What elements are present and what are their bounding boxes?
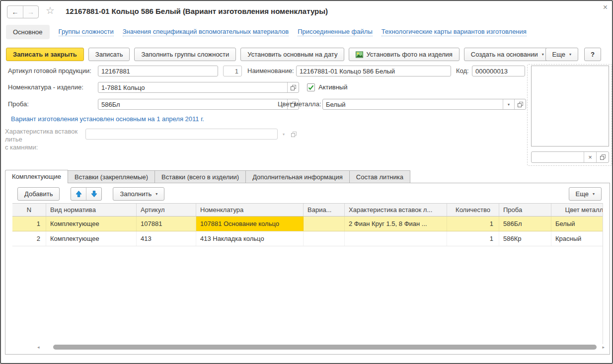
metal-color-input[interactable] bbox=[323, 99, 503, 109]
horizontal-scrollbar[interactable]: ◂ ▸ bbox=[37, 344, 605, 351]
grid-tab[interactable]: Вставки (закрепляемые) bbox=[68, 170, 155, 183]
nav-link[interactable]: Значения спецификаций вспомогательных ма… bbox=[123, 28, 289, 36]
nav-link[interactable]: Группы сложности bbox=[59, 28, 114, 36]
chevron-down-icon: ▾ bbox=[542, 52, 544, 57]
add-row-button[interactable]: Добавить bbox=[17, 187, 60, 201]
cell-color[interactable]: Белый bbox=[551, 217, 603, 231]
cell-nomenclature[interactable]: 107881 Основание кольцо bbox=[196, 217, 304, 231]
column-header[interactable]: Количество bbox=[447, 204, 499, 216]
cell-proba[interactable]: 586Кр bbox=[499, 231, 551, 246]
cell-article[interactable]: 413 bbox=[137, 231, 196, 246]
grid-toolbar: Добавить Заполнить▾ bbox=[17, 187, 164, 201]
chevron-down-icon: ▾ bbox=[593, 192, 595, 196]
more-button[interactable]: Еще▾ bbox=[545, 48, 578, 61]
cell-characteristic[interactable]: 2 Фиан Круг 1.5, 8 Фиан ... bbox=[345, 217, 447, 231]
table-row[interactable]: 1Комплектующее107881107881 Основание кол… bbox=[12, 217, 603, 231]
cell-proba[interactable]: 586Бл bbox=[499, 217, 551, 231]
article-index-input[interactable] bbox=[223, 66, 242, 76]
column-header[interactable]: Вид норматива bbox=[46, 204, 137, 216]
table-row[interactable]: 2Комплектующее413413 Накладка кольцо1586… bbox=[12, 231, 603, 246]
cell-color[interactable]: Красный bbox=[551, 231, 603, 246]
column-header[interactable]: Артикул bbox=[137, 204, 196, 216]
cell-qty[interactable]: 1 bbox=[447, 217, 499, 231]
name-input[interactable] bbox=[296, 66, 451, 76]
open-icon[interactable] bbox=[289, 129, 298, 140]
favorite-star-icon[interactable]: ☆ bbox=[46, 5, 55, 15]
cell-qty[interactable]: 1 bbox=[447, 231, 499, 246]
set-main-on-date-button[interactable]: Установить основным на дату bbox=[240, 48, 344, 61]
fill-complexity-groups-button[interactable]: Заполнить группы сложности bbox=[134, 48, 236, 61]
characteristic-label: Характеристика вставок литье с камнями: bbox=[5, 128, 84, 151]
characteristic-input[interactable] bbox=[86, 129, 277, 139]
cell-n[interactable]: 1 bbox=[12, 217, 46, 231]
scrollbar-thumb[interactable] bbox=[53, 345, 597, 350]
metal-color-field: ▾ bbox=[322, 99, 526, 110]
scroll-right-icon[interactable]: ▸ bbox=[602, 345, 605, 350]
open-icon[interactable] bbox=[287, 82, 299, 92]
chevron-down-icon: ▾ bbox=[279, 129, 288, 140]
close-icon[interactable]: × bbox=[603, 3, 608, 12]
create-based-on-button[interactable]: Создать на основании▾ bbox=[464, 48, 551, 61]
proba-input[interactable] bbox=[98, 99, 287, 109]
photo-file-input[interactable] bbox=[532, 152, 584, 162]
nav-link[interactable]: Технологические карты вариантов изготовл… bbox=[382, 28, 527, 36]
cell-n[interactable]: 2 bbox=[12, 231, 46, 246]
photo-panel: × bbox=[527, 64, 612, 166]
up-arrow-icon bbox=[76, 191, 82, 197]
set-photo-button[interactable]: Установить фото на изделия bbox=[349, 48, 459, 61]
name-label: Наименование: bbox=[247, 66, 294, 76]
cell-variant[interactable] bbox=[304, 231, 345, 246]
column-header[interactable]: Номенклатура bbox=[196, 204, 304, 216]
scroll-left-icon[interactable]: ◂ bbox=[37, 345, 40, 350]
set-photo-label: Установить фото на изделия bbox=[366, 51, 452, 58]
move-row-group bbox=[71, 187, 102, 201]
window-title: 12167881-01 Кольцо 586 Белый (Вариант из… bbox=[66, 7, 328, 15]
column-header[interactable]: Характеристика вставок л... bbox=[345, 204, 447, 216]
column-header[interactable]: Цвет металла bbox=[551, 204, 603, 216]
open-icon[interactable] bbox=[596, 152, 609, 162]
open-icon[interactable] bbox=[514, 99, 526, 109]
help-button[interactable]: ? bbox=[584, 48, 601, 61]
command-bar-right: Еще▾ ? bbox=[545, 48, 601, 61]
fill-label: Заполнить bbox=[120, 190, 152, 198]
active-checkbox[interactable] bbox=[307, 83, 315, 91]
chevron-down-icon: ▾ bbox=[155, 192, 157, 196]
grid-tab[interactable]: Комплектующие bbox=[5, 170, 68, 183]
grid-tab[interactable]: Дополнительная информация bbox=[246, 170, 350, 183]
cell-type[interactable]: Комплектующее bbox=[46, 217, 137, 231]
nomenclature-input[interactable] bbox=[98, 82, 287, 92]
move-up-button[interactable] bbox=[71, 188, 86, 200]
save-close-button[interactable]: Записать и закрыть bbox=[6, 48, 84, 61]
column-header[interactable]: Проба bbox=[499, 204, 551, 216]
forward-button[interactable]: → bbox=[23, 6, 38, 18]
nav-tab-main[interactable]: Основное bbox=[6, 25, 50, 39]
chevron-down-icon[interactable]: ▾ bbox=[503, 99, 514, 109]
move-down-button[interactable] bbox=[86, 188, 101, 200]
photo-preview[interactable] bbox=[531, 66, 609, 146]
clear-icon[interactable]: × bbox=[584, 152, 596, 162]
code-input[interactable] bbox=[472, 66, 525, 76]
main-variant-link[interactable]: Вариант изготовления установлен основным… bbox=[11, 115, 204, 123]
grid-tab[interactable]: Вставки (всего в изделии) bbox=[155, 170, 246, 183]
cell-characteristic[interactable] bbox=[345, 231, 447, 246]
fill-button[interactable]: Заполнить▾ bbox=[113, 187, 164, 201]
cell-nomenclature[interactable]: 413 Накладка кольцо bbox=[196, 231, 304, 246]
save-button[interactable]: Записать bbox=[88, 48, 130, 61]
cell-article[interactable]: 107881 bbox=[137, 217, 196, 231]
column-header[interactable]: N bbox=[12, 204, 46, 216]
back-button[interactable]: ← bbox=[7, 6, 23, 18]
column-header[interactable]: Вариа... bbox=[304, 204, 345, 216]
article-input[interactable] bbox=[98, 66, 218, 76]
add-label: Добавить bbox=[24, 190, 53, 198]
cell-variant[interactable] bbox=[304, 217, 345, 231]
photo-icon bbox=[356, 51, 363, 58]
grid-panel: Добавить Заполнить▾ Еще▾ NВид нормативаА… bbox=[5, 183, 610, 355]
grid-more-button[interactable]: Еще▾ bbox=[569, 187, 602, 201]
grid-tab[interactable]: Состав литника bbox=[350, 170, 410, 183]
grid-right-divider bbox=[603, 203, 603, 344]
cell-type[interactable]: Комплектующее bbox=[46, 231, 137, 246]
more-label: Еще bbox=[552, 51, 565, 58]
nav-link[interactable]: Присоединенные файлы bbox=[298, 28, 373, 36]
down-arrow-icon bbox=[91, 191, 97, 197]
fill-groups-label: Заполнить группы сложности bbox=[141, 51, 229, 58]
